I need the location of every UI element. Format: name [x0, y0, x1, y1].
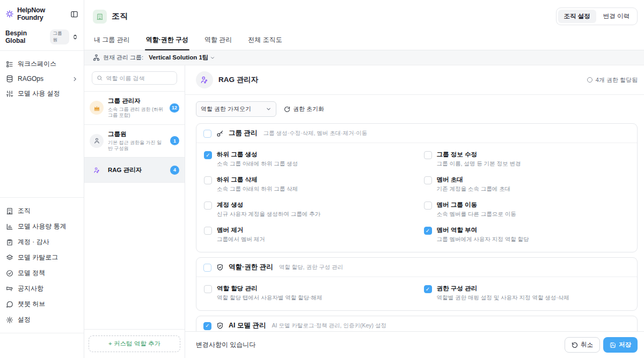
permission-desc: 소속 그룹 아래의 하위 그룹 삭제 — [217, 185, 298, 193]
panel-toggle-icon[interactable] — [70, 10, 78, 18]
add-custom-role-wrap: + 커스텀 역할 추가 — [84, 329, 185, 358]
permission-checkbox[interactable] — [204, 227, 212, 235]
sidebar-item-model-catalog[interactable]: 모델 카탈로그 — [2, 250, 82, 265]
permission-title: 권한 구성 관리 — [437, 285, 569, 293]
permission-checkbox[interactable] — [204, 202, 212, 210]
sidebar-item-notices[interactable]: 공지사항 — [2, 281, 82, 296]
role-member-count-badge: 12 — [170, 103, 179, 113]
tab-full-org-chart[interactable]: 전체 조직도 — [247, 31, 283, 50]
save-label: 저장 — [619, 341, 631, 349]
role-detail-body: 역할 권한 가져오기 권한 초기화 — [185, 95, 644, 331]
content-row: 그룹 관리자 소속 그룹 관리 권한 (하위 그룹 포함) 12 그룹원 기본 … — [84, 65, 644, 358]
permission-item: 계정 생성 신규 사용자 계정을 생성하여 그룹에 추가 — [204, 201, 410, 218]
current-group-selector[interactable]: Vertical Solution 1팀 — [149, 54, 215, 62]
workspace-icon — [6, 61, 13, 68]
app-logo-icon — [5, 10, 14, 18]
refresh-icon — [284, 106, 290, 113]
chevron-down-icon — [210, 55, 215, 61]
roles-panel: 그룹 관리자 소속 그룹 관리 권한 (하위 그룹 포함) 12 그룹원 기본 … — [84, 65, 185, 358]
permission-desc: 역할별 권한 매핑 설정 및 사용자 지정 역할 생성·삭제 — [437, 294, 569, 302]
change-history-button[interactable]: 변경 이력 — [597, 10, 635, 23]
permission-checkbox[interactable] — [424, 285, 432, 293]
sidebar-item-model-usage-settings[interactable]: 모델 사용 설정 — [2, 86, 82, 101]
permission-section-role-permission-management: 역할·권한 관리 역할 할당, 권한 구성 관리 역할 할당 관리 역할 할당 … — [196, 257, 638, 311]
circle-icon — [587, 77, 593, 83]
current-group-label: 현재 관리 그룹: — [103, 54, 143, 62]
permission-desc: 그룹 멤버에게 사용자 지정 역할 할당 — [437, 236, 529, 243]
chat-bubble-icon — [6, 301, 13, 308]
permission-checkbox[interactable] — [424, 227, 432, 235]
tab-my-group-management[interactable]: 내 그룹 관리 — [93, 31, 131, 50]
permission-checkbox[interactable] — [204, 285, 212, 293]
unsaved-changes-status: 변경사항이 있습니다 — [196, 340, 255, 349]
add-custom-role-button[interactable]: + 커스텀 역할 추가 — [89, 335, 180, 352]
role-list: 그룹 관리자 소속 그룹 관리 권한 (하위 그룹 포함) 12 그룹원 기본 … — [84, 91, 185, 183]
role-info: RAG 관리자 — [108, 166, 166, 174]
sidebar-item-model-usage-stats[interactable]: 모델 사용량 통계 — [2, 219, 82, 234]
sidebar-item-settings[interactable]: 설정 — [2, 312, 82, 327]
sidebar-item-workspace[interactable]: 워크스페이스 — [2, 56, 82, 72]
selected-role-name: RAG 관리자 — [218, 75, 258, 85]
sidebar-bottom-pad — [0, 333, 84, 358]
role-member-count-badge: 1 — [170, 136, 179, 145]
permission-desc: 소속 멤버를 다른 그룹으로 이동 — [437, 211, 516, 218]
save-button[interactable]: 저장 — [603, 337, 638, 353]
database-icon — [6, 75, 13, 83]
role-name: RAG 관리자 — [108, 166, 166, 174]
current-group-value: Vertical Solution 1팀 — [149, 54, 208, 62]
org-name: Bespin Global — [5, 29, 47, 44]
role-item-group-admin[interactable]: 그룹 관리자 소속 그룹 관리 권한 (하위 그룹 포함) 12 — [84, 92, 185, 125]
role-item-group-member[interactable]: 그룹원 기본 접근 권한을 가진 일반 구성원 1 — [84, 125, 185, 158]
permission-text: 하위 그룹 생성 소속 그룹 아래에 하위 그룹 생성 — [217, 151, 298, 168]
sidebar-item-label: 모델 사용량 통계 — [18, 222, 67, 231]
permission-title: 멤버 초대 — [437, 176, 511, 184]
tab-role-management[interactable]: 역할 관리 — [203, 31, 233, 50]
section-header: 역할·권한 관리 역할 할당, 권한 구성 관리 — [196, 258, 637, 277]
permission-text: 멤버 역할 부여 그룹 멤버에게 사용자 지정 역할 할당 — [437, 226, 529, 243]
section-checkbox[interactable] — [203, 264, 211, 272]
permission-checkbox[interactable] — [424, 176, 432, 184]
section-desc: AI 모델 카탈로그·정책 관리, 인증키(Key) 설정 — [272, 322, 386, 330]
section-title: AI 모델 관리 — [229, 321, 266, 330]
permission-item: 그룹 정보 수정 그룹 이름, 설명 등 기본 정보 변경 — [424, 151, 630, 168]
section-checkbox[interactable] — [203, 322, 211, 330]
sidebar-item-organization[interactable]: 조직 — [2, 203, 82, 219]
permission-checkbox[interactable] — [424, 202, 432, 210]
org-settings-button[interactable]: 조직 설정 — [558, 10, 596, 23]
permission-title: 멤버 제거 — [217, 226, 265, 234]
sidebar-item-chatbot-hub[interactable]: 챗봇 허브 — [2, 296, 82, 312]
permission-controls-row: 역할 권한 가져오기 권한 초기화 — [196, 101, 638, 117]
permission-item: 하위 그룹 삭제 소속 그룹 아래의 하위 그룹 삭제 — [204, 176, 410, 193]
role-search-box — [92, 71, 177, 85]
permission-grid: 역할 할당 관리 역할 할당 탭에서 사용자별 역할 할당·해제 권한 구성 관… — [196, 277, 637, 310]
tab-role-permission-config[interactable]: 역할·권한 구성 — [145, 31, 189, 50]
role-item-rag-admin[interactable]: RAG 관리자 4 — [84, 158, 185, 183]
org-switcher-chevrons-icon — [72, 33, 78, 41]
role-detail-panel: RAG 관리자 4개 권한 할당됨 역할 권한 가져오기 — [185, 65, 644, 358]
sidebar-item-label: 모델 사용 설정 — [18, 89, 60, 98]
sidebar-item-ragops[interactable]: RAGOps — [2, 72, 82, 86]
shield-check-icon — [216, 264, 224, 271]
cancel-button[interactable]: 취소 — [565, 337, 600, 353]
section-checkbox[interactable] — [203, 130, 211, 138]
role-search-input[interactable] — [106, 75, 172, 81]
permission-title: 하위 그룹 생성 — [217, 151, 298, 159]
permission-checkbox[interactable] — [204, 176, 212, 184]
permission-item: 권한 구성 관리 역할별 권한 매핑 설정 및 사용자 지정 역할 생성·삭제 — [424, 285, 630, 302]
permission-checkbox[interactable] — [424, 151, 432, 159]
sidebar-item-account-audit[interactable]: 계정 · 감사 — [2, 234, 82, 250]
role-info: 그룹원 기본 접근 권한을 가진 일반 구성원 — [108, 130, 166, 152]
reset-permissions-button[interactable]: 권한 초기화 — [284, 105, 324, 113]
role-member-count-badge: 4 — [170, 166, 179, 175]
brand-row: HelpNow Foundry — [0, 0, 84, 26]
section-header: AI 모델 관리 AI 모델 카탈로그·정책 관리, 인증키(Key) 설정 — [196, 316, 637, 331]
sidebar-item-model-policy[interactable]: 모델 정책 — [2, 265, 82, 281]
detail-footer: 변경사항이 있습니다 취소 저장 — [185, 331, 644, 358]
permission-checkbox[interactable] — [204, 151, 212, 159]
sidebar-item-label: 설정 — [18, 315, 31, 324]
permission-item: 멤버 역할 부여 그룹 멤버에게 사용자 지정 역할 할당 — [424, 226, 630, 243]
permission-desc: 역할 할당 탭에서 사용자별 역할 할당·해제 — [217, 294, 323, 302]
import-role-permissions-select[interactable]: 역할 권한 가져오기 — [196, 101, 276, 117]
org-switcher[interactable]: Bespin Global 그룹원 — [0, 26, 84, 50]
check-circle-icon — [6, 270, 13, 277]
